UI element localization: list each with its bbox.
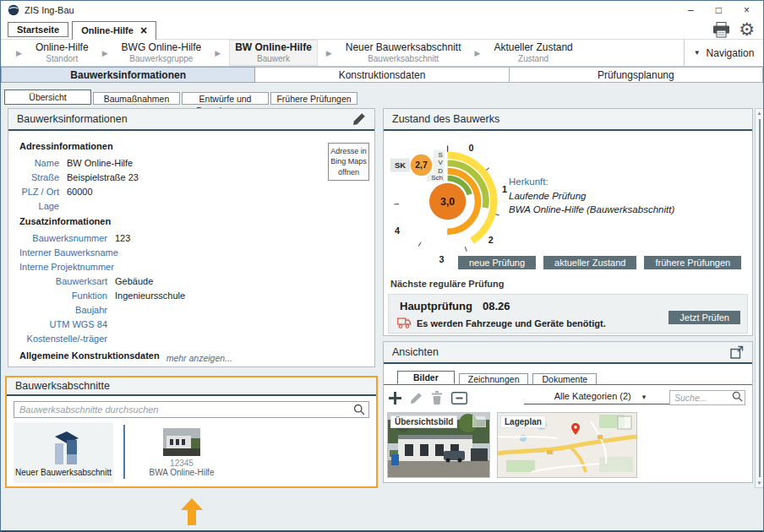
breadcrumb-item-bauwerksgruppe[interactable]: BWG Online-Hilfe Bauwerksgruppe [117,41,207,64]
views-search [669,389,745,404]
form-row: BauwerksartGebäude [19,274,374,288]
tab-konstruktionsdaten[interactable]: Konstruktionsdaten [255,67,509,83]
section-name: BWA Online-Hilfe [150,468,215,477]
tab-bilder[interactable]: Bilder [397,371,455,384]
field-label: Lage [19,201,59,211]
thumbnail-uebersichtsbild[interactable]: Übersichtsbild [387,412,490,478]
next-check-title: Nächste reguläre Prüfung [390,279,504,289]
condition-gauge: 01234SVDSchSK2,73,0 [385,138,527,265]
breadcrumb-label: Online-Hilfe [35,42,89,53]
svg-text:0: 0 [469,143,474,153]
thumbnail-select-box[interactable] [472,415,486,427]
app-icon [8,4,19,16]
new-check-button[interactable]: neue Prüfung [458,256,536,269]
tab-pruefungsplanung[interactable]: Prüfungsplanung [510,67,763,83]
breadcrumb-arrow-icon: ▶ [474,49,480,57]
section-tile[interactable]: 12345 BWA Online-Hilfe [135,422,228,483]
views-toolbar: Alle Kategorien (2) ▾ [389,389,747,408]
views-panel: Ansichten Bilder Zeichnungen Dokumente [383,341,753,483]
check-name: Hauptprüfung [400,300,472,312]
form-row: UTM WGS 84 [19,317,374,331]
next-check-box: Hauptprüfung 08.26 Es werden Fahrzeuge u… [388,294,748,334]
herkunft-block: Herkunft: Laufende Prüfung BWA Online-Hi… [509,175,674,217]
search-icon[interactable] [353,404,365,415]
breadcrumb-item-standort[interactable]: Online-Hilfe Standort [30,41,94,64]
tab-startseite[interactable]: Startseite [8,22,68,37]
breadcrumb-label: Neuer Bauwerksabschnitt [346,42,461,53]
breadcrumb-arrow-icon: ▶ [215,49,221,57]
field-label: Name [19,158,59,168]
bing-maps-button[interactable]: Adresse in Bing Maps öffnen [328,143,369,181]
category-dropdown-label: Alle Kategorien (2) [554,391,631,401]
breadcrumb-label: BW Online-Hilfe [235,42,312,53]
herkunft-line2: BWA Online-Hilfe (Bauwerksabschnitt) [509,203,674,217]
minimize-button[interactable]: – [688,2,694,19]
delete-icon[interactable] [431,391,443,404]
svg-text:2: 2 [488,235,494,245]
gear-icon[interactable]: ⚙ [739,21,755,38]
field-label: Bauwerksart [19,276,107,286]
panel-title: Zustand des Bauwerks [392,113,499,125]
breadcrumb-item-bauwerk[interactable]: BW Online-Hilfe Bauwerk [229,40,318,65]
scrollbar-down-icon[interactable]: ▼ [756,480,763,486]
maximize-button[interactable]: □ [716,2,722,19]
field-label: Interner Bauwerksname [19,247,107,258]
field-label: Baujahr [19,305,107,315]
sections-search-input[interactable] [14,401,369,418]
search-icon[interactable] [732,391,743,402]
form-row: Kostenstelle/-träger [19,331,374,345]
add-icon[interactable] [389,392,401,404]
close-button[interactable]: × [744,2,750,19]
section-title: Allgemeine Konstruktionsdaten [19,350,160,365]
tab-dokumente[interactable]: Dokumente [532,373,597,384]
section-number: 12345 [170,459,194,468]
navigation-button[interactable]: ▼ Navigation [684,40,763,66]
thumbnail-lageplan[interactable]: Lageplan [497,412,637,478]
category-dropdown[interactable]: Alle Kategorien (2) ▾ [524,391,676,404]
field-value: 123 [115,233,130,243]
edit-icon[interactable] [410,392,423,404]
svg-text:S: S [439,151,443,159]
breadcrumb-sublabel: Standort [35,54,89,63]
scrollbar-up-icon[interactable]: ▲ [756,111,763,116]
check-now-button[interactable]: Jetzt Prüfen [668,311,740,324]
breadcrumb-sublabel: Zustand [494,54,572,63]
tab-zeichnungen[interactable]: Zeichnungen [459,373,529,384]
field-value: Gebäude [115,276,153,286]
scrollbar-thumb[interactable] [759,119,761,477]
window-title: ZIS Ing-Bau [25,5,74,15]
archive-remove-icon[interactable] [451,392,467,404]
herkunft-label: Herkunft: [509,175,674,189]
tab-fruehere-pruefungen[interactable]: Frühere Prüfungen [270,92,357,105]
breadcrumb-arrow-icon: ▶ [102,49,108,57]
show-more-link[interactable]: mehr anzeigen... [166,353,232,363]
vertical-scrollbar[interactable]: ▲ ▼ [755,108,764,488]
svg-text:1: 1 [502,184,507,194]
previous-checks-button[interactable]: frühere Prüfungen [644,256,741,269]
chevron-down-icon: ▼ [694,49,701,57]
field-label: Funktion [19,290,107,301]
svg-text:V: V [439,159,444,166]
form-row: FunktionIngenieursschule [19,288,374,302]
tab-online-hilfe-label: Online-Hilfe [81,25,134,35]
highlight-arrow [181,498,203,525]
form-row: StraßeBeispielstraße 23 [19,170,374,184]
tab-baumassnahmen[interactable]: Baumaßnahmen [93,92,180,105]
printer-icon[interactable] [712,22,730,38]
edit-pencil-icon[interactable] [352,112,366,126]
expand-icon[interactable] [730,345,744,359]
app-window: ZIS Ing-Bau – □ × Startseite Online-Hilf… [0,0,764,532]
tab-bauwerksinformationen[interactable]: Bauwerksinformationen [1,67,255,83]
breadcrumb-item-bauwerksabschnitt[interactable]: Neuer Bauwerksabschnitt Bauwerksabschnit… [341,41,467,64]
tab-entwuerfe[interactable]: Entwürfe und Berechnungen [182,92,269,105]
breadcrumb-item-zustand[interactable]: Aktueller Zustand Zustand [488,41,577,64]
current-state-button[interactable]: aktueller Zustand [543,256,636,269]
title-bar: ZIS Ing-Bau – □ × [1,1,763,19]
tab-online-hilfe[interactable]: Online-Hilfe × [72,21,156,40]
form-row: Baujahr [19,302,374,317]
views-tab-strip: Bilder Zeichnungen Dokumente [384,372,752,385]
new-section-tile[interactable]: Neuer Bauwerksabschnitt [14,422,113,483]
tab-uebersicht[interactable]: Übersicht [4,90,91,105]
close-tab-icon[interactable]: × [140,26,147,35]
breadcrumb-label: BWG Online-Hilfe [122,42,202,53]
